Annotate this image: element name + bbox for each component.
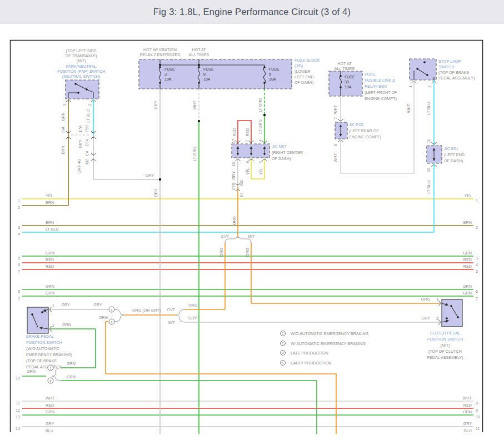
row-color-label: WHT — [463, 396, 472, 401]
contact-dot — [31, 313, 33, 316]
fuse-block-name: (J/B) — [295, 63, 303, 68]
row-number: 1 — [18, 198, 20, 203]
contact-dot — [77, 92, 79, 94]
title-bar: Fig 3: 1.8L, Engine Performance Circuit … — [0, 0, 504, 24]
row-number: 10 — [476, 414, 480, 419]
pnp-location: (TOP LEFT SIDE — [66, 48, 96, 53]
wire-label-org: ORG — [421, 297, 431, 302]
terminal-number: 4 — [258, 139, 263, 142]
fuse-rating: 10A — [203, 77, 211, 81]
relay-box-location: ENGINE COMPT) — [365, 96, 397, 101]
screen: Fig 3: 1.8L, Engine Performance Circuit … — [0, 0, 504, 445]
wire-label-brn: BRN — [61, 112, 66, 121]
wire-label-grn: GRN — [67, 374, 76, 379]
stop-lamp-body — [410, 59, 436, 80]
row-color-label: YEL — [464, 193, 472, 198]
switch-name: STOP LAMP — [438, 59, 461, 64]
switch-location: (M/T) — [440, 343, 450, 348]
clutch-switch-body — [442, 299, 462, 327]
row-number: 6 — [18, 262, 20, 267]
wire-label-gry: GRY — [61, 302, 70, 307]
terminal-number: 3 — [62, 104, 67, 106]
row-color-label: GRN — [46, 409, 54, 414]
power-label: HOT AT — [337, 61, 352, 66]
jc-e03-body — [335, 122, 347, 139]
wire-label-red: RED — [232, 128, 237, 136]
contact-dot — [416, 68, 418, 70]
fuse-block-name: FUSE BLOCK — [295, 58, 320, 63]
jc-m07-body — [232, 144, 270, 158]
wire-label-gry: GRY — [188, 316, 197, 321]
row-color-label: YEL — [46, 193, 53, 198]
fuse-block-location: OF DASH) — [295, 80, 313, 85]
wire-label-yel: YEL — [258, 167, 263, 175]
fuse-label: FUSE — [203, 67, 214, 71]
row-color-label: GRN — [463, 409, 472, 414]
legend-text: W/ AUTOMATIC EMERGENCY BRAKING — [291, 341, 366, 346]
pnp-location: OF TRANSAXLE) — [66, 53, 97, 58]
row-number: 14 — [16, 426, 20, 431]
row-color-label: RED — [463, 257, 472, 262]
terminal-number: 1 — [52, 303, 54, 308]
connector-label: 67G — [231, 182, 236, 190]
row-color-label: GRY — [46, 421, 54, 426]
terminal-number: 9 — [245, 161, 250, 163]
wiring-diagram-canvas: YEL 1 BRN 2 BRN 3 LT BLU 4 GRN 5 RED 6 R… — [0, 24, 504, 445]
row-color-label: BRN — [463, 220, 472, 225]
terminal-number: 2 — [427, 86, 432, 88]
row-number: 10 — [16, 376, 20, 381]
junction-dot — [198, 120, 200, 122]
row-color-label: GRN — [463, 251, 472, 256]
contact-dot — [86, 88, 88, 91]
contact-dot — [426, 74, 428, 76]
relay-box-location: (LEFT FRONT OF — [365, 90, 397, 95]
row-color-label: GRN — [27, 369, 36, 374]
wire-wht-path — [341, 139, 414, 173]
fuse-rating: 10A — [164, 77, 172, 81]
wire-label-ltblu: LT BLU — [426, 181, 431, 194]
terminal-number: 18 — [231, 162, 236, 167]
row10-split: 1 2 GRN GRN — [48, 361, 317, 434]
jc-name: J/C E03 — [349, 122, 363, 127]
wire-label-gry4g: GRY 4G — [77, 158, 82, 173]
row-color-label: GRN — [46, 251, 54, 256]
row-color-label: BLU — [46, 428, 53, 433]
connector-label: M2 — [84, 159, 89, 164]
row-color-label: RED — [46, 264, 54, 269]
contact-dot — [41, 311, 43, 313]
row-number: 8 — [18, 289, 20, 294]
fuse-dot — [340, 75, 342, 77]
fuse-block-location: LEFT END — [295, 74, 314, 79]
row-number: 8 — [476, 401, 478, 406]
row-number: 5 — [476, 269, 478, 274]
fuse-dot — [340, 86, 342, 88]
row-color-label: RED — [46, 257, 54, 262]
wire-label-gry: GRY — [146, 173, 154, 178]
fuse-number: 30 — [345, 80, 349, 84]
terminal-number: 2 — [87, 104, 92, 106]
wire-label-gry: GRY — [231, 171, 236, 180]
contact-dot — [457, 316, 459, 318]
fuse-rating: 10A — [269, 77, 276, 81]
fuse-block-location: (LOWER — [295, 69, 311, 74]
connector-label: E64 — [84, 139, 89, 147]
wire-label-org: ORG — [232, 216, 237, 225]
connector-label: E4 — [84, 151, 89, 156]
power-label: ALL TIMES — [189, 52, 209, 57]
wire-label-wht: WHT — [333, 104, 338, 114]
terminal-number: 7 — [333, 117, 338, 119]
wire-label-grn: GRN — [67, 361, 76, 366]
row-number: 4 — [476, 262, 478, 267]
row-color-label: WHT — [46, 396, 55, 401]
brake-pedal-switch: 1 2 BRAKE PEDAL POSITION SWITCH (W/O AUT… — [26, 303, 96, 369]
wire-label-brn: BRN — [61, 146, 66, 154]
row-color-label: BLU — [464, 428, 472, 433]
connector-label: 17A — [78, 125, 83, 132]
clutch-pedal-switch: CLUTCH PEDAL POSITION SWITCH (M/T) (TOP … — [427, 299, 463, 360]
wire-label-ltblu: LT BLU — [86, 109, 91, 123]
pnp-switch-body — [66, 80, 99, 99]
wire-label-org: ORG — [245, 247, 250, 257]
legend-text: W/O AUTOMATIC EMERGENCY BRAKING — [291, 331, 369, 336]
legend-text: LATE PRODUCTION — [291, 351, 328, 356]
terminal-number: 11 — [426, 139, 431, 143]
